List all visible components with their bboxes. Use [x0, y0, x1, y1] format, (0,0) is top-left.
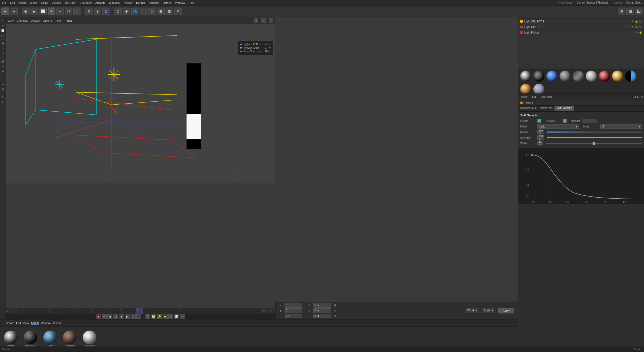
obj-tag-icon-2[interactable]: ⬛: [639, 25, 642, 28]
rotate-mode-label[interactable]: Rotate: [525, 101, 533, 104]
obj-tag-icon-1[interactable]: ⬛: [639, 20, 642, 23]
ss-mode-dropdown[interactable]: All▼: [600, 124, 642, 129]
tool3-btn[interactable]: 🌀: [131, 8, 139, 15]
brighten-slider[interactable]: [260, 44, 261, 45]
bottom-select-btn[interactable]: Select: [31, 321, 39, 325]
vp-view-menu[interactable]: View: [8, 19, 14, 22]
rotate-btn[interactable]: ↺: [65, 8, 72, 15]
obj-row-flicker[interactable]: Light Flicker 👁 🔒: [518, 30, 644, 35]
ss-width-input[interactable]: 50 %: [537, 141, 543, 145]
ss-width-handle[interactable]: [593, 142, 595, 145]
vp-layout-btn[interactable]: ≡: [269, 18, 273, 23]
vp-filter-menu[interactable]: Filter: [55, 19, 62, 22]
render-play-btn[interactable]: 🎬: [145, 314, 150, 319]
vp-panel-menu[interactable]: Panel: [65, 19, 72, 22]
ss-radius-slider[interactable]: [547, 132, 642, 133]
mat-swatch-octmix[interactable]: OctMix: [2, 331, 20, 348]
go-end-btn[interactable]: ⏭: [136, 314, 141, 319]
mat-ball-dark[interactable]: [533, 71, 544, 82]
undo-btn[interactable]: ↩: [2, 8, 9, 15]
menu-item-window[interactable]: Window: [175, 1, 185, 4]
sub-tab-modeling[interactable]: Modeling Axis: [518, 106, 538, 111]
tool4-btn[interactable]: ⬛: [140, 8, 147, 15]
bottom-texture-btn[interactable]: Texture: [52, 322, 62, 325]
ss-radius-input[interactable]: 100 m: [537, 130, 544, 134]
ss-strength-slider[interactable]: [547, 137, 642, 138]
bottom-add-btn[interactable]: +: [2, 321, 4, 325]
x-axis-btn[interactable]: X: [85, 8, 93, 15]
sculpt-tool[interactable]: ✏: [1, 64, 5, 69]
paint-tool[interactable]: 🖌: [1, 69, 5, 74]
x-pos-input[interactable]: 0 m: [285, 303, 302, 308]
attr-nav-forward[interactable]: ▶: [637, 95, 639, 98]
array-tool[interactable]: ⊞: [1, 87, 5, 91]
vp-display-menu[interactable]: Display: [31, 19, 40, 22]
x-rot-input[interactable]: 0 m: [313, 303, 331, 308]
scale-btn[interactable]: ⤢: [73, 8, 81, 15]
live-select-tool[interactable]: ⊙: [1, 23, 5, 28]
obj-lock-icon-3[interactable]: 🔒: [639, 31, 642, 34]
node-space-value[interactable]: Current (Standard/Physical): [577, 1, 608, 4]
prev-frame-btn[interactable]: ◀: [107, 314, 112, 319]
obj-visible-icon-3[interactable]: 👁: [635, 31, 638, 34]
curves-btn[interactable]: 〜: [180, 314, 185, 319]
picture-viewer-btn[interactable]: 🖼: [635, 8, 642, 15]
render-view-btn[interactable]: ▶: [30, 8, 38, 15]
obj-visible-icon-1[interactable]: 👁: [631, 20, 634, 23]
mat-ball-diffuse[interactable]: [560, 71, 571, 82]
bottom-create-btn[interactable]: Create: [6, 322, 14, 325]
y-pos-input[interactable]: 0 m: [285, 308, 302, 313]
ss-preview-checkbox[interactable]: ✓: [563, 119, 567, 123]
timeline-view-btn[interactable]: 📊: [174, 314, 179, 319]
ss-enable-checkbox[interactable]: ✓: [537, 119, 541, 123]
sub-tab-soft[interactable]: Soft Selection: [555, 106, 574, 111]
mat-ball-orange[interactable]: [520, 84, 531, 94]
menu-item-octane[interactable]: Octane: [163, 1, 171, 4]
stop-btn[interactable]: ⏹: [119, 314, 124, 319]
ss-strength-input[interactable]: 100 %: [537, 135, 544, 140]
obj-lock-icon-1[interactable]: 🔒: [635, 20, 638, 23]
motion-blur-btn[interactable]: ≋: [168, 314, 173, 319]
mat-swatch-octdiffuse2[interactable]: OctDiffuse: [61, 331, 79, 348]
attr-tab-mode[interactable]: Mode: [519, 95, 530, 99]
render-settings-btn[interactable]: ⚙: [618, 8, 625, 15]
rotate-tool[interactable]: ↺: [1, 51, 5, 56]
dollar-sign[interactable]: $: [1, 95, 5, 99]
scale-dropdown[interactable]: Scale ▼: [482, 308, 496, 313]
go-start-btn[interactable]: ⏮: [102, 314, 107, 319]
menu-item-volume[interactable]: Volume: [52, 1, 61, 4]
spline-tool[interactable]: 〜: [1, 77, 5, 81]
menu-item-animate[interactable]: Animate: [95, 1, 105, 4]
main-viewport[interactable]: View Cameras Display Options Filter Pane…: [6, 17, 275, 183]
vp-cameras-menu[interactable]: Cameras: [17, 19, 28, 22]
y-axis-btn[interactable]: Y: [94, 8, 101, 15]
scale-tool[interactable]: ⤢: [1, 46, 5, 51]
auto-key-btn[interactable]: ⏺: [163, 314, 168, 319]
z-pos-input[interactable]: 0 m: [285, 314, 302, 318]
loop-select-tool[interactable]: ◯: [1, 33, 5, 38]
obj-row-light1[interactable]: Light OBJECT 1 👁 🔒 ⬛: [518, 19, 644, 24]
sub-tab-object[interactable]: Object Axis: [538, 106, 555, 111]
apply-button[interactable]: Apply: [498, 308, 514, 313]
attr-more-btn[interactable]: ⚙: [641, 95, 643, 98]
mat-ball-sun[interactable]: [612, 71, 623, 82]
move-btn[interactable]: ↔: [56, 8, 64, 15]
menu-item-character[interactable]: Character: [80, 1, 92, 4]
move-tool[interactable]: ✛: [1, 41, 5, 46]
play-fwd-btn[interactable]: ▶: [125, 314, 130, 319]
menu-item-attribute[interactable]: Attribute: [149, 1, 159, 4]
ss-width-slider[interactable]: [546, 143, 642, 144]
vp-lock-btn[interactable]: ⊡: [261, 18, 266, 23]
menu-item-simulate[interactable]: Simulate: [109, 1, 120, 4]
select-btn[interactable]: ✦: [48, 8, 55, 15]
frame-track[interactable]: 0 2 4 6 8 10 12 14 16 18 20 22 24: [21, 308, 260, 314]
tool8-btn[interactable]: ⟲: [174, 8, 182, 15]
play-back-btn[interactable]: ◁: [113, 314, 118, 319]
vp-expand-btn[interactable]: ⊞: [254, 18, 258, 23]
y-rot-input[interactable]: 0 m: [313, 308, 331, 313]
z-rot-input[interactable]: 0 m: [313, 314, 331, 318]
model-tool[interactable]: ▦: [1, 59, 5, 63]
next-frame-btn[interactable]: ▷: [131, 314, 136, 319]
loop-btn[interactable]: 🔁: [151, 314, 156, 319]
menu-item-edit[interactable]: Edit: [10, 1, 15, 4]
